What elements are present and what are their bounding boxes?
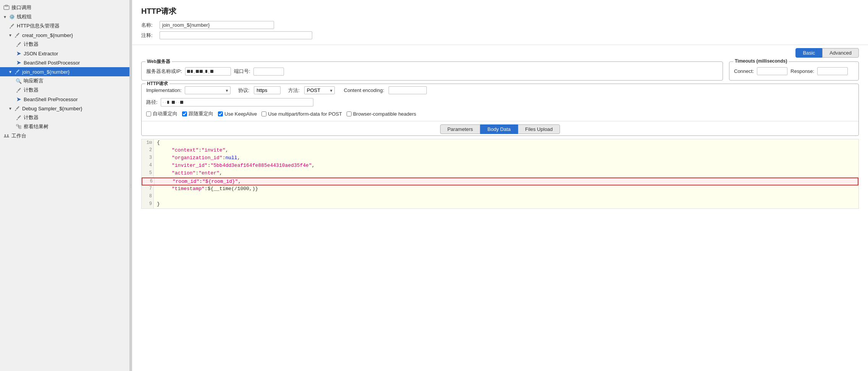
line-num-2: 2 bbox=[142, 147, 154, 155]
line-content-2: "context":"invite", bbox=[154, 147, 231, 155]
sidebar-item-label: 察看结果树 bbox=[24, 123, 48, 130]
sidebar-item-counter1[interactable]: 计数器 bbox=[0, 40, 129, 49]
sidebar-item-counter3[interactable]: 计数器 bbox=[0, 113, 129, 122]
sidebar-item-creat-room[interactable]: ▼ creat_room_${number} bbox=[0, 31, 129, 40]
wrench-icon bbox=[15, 114, 22, 121]
wrench-blue-icon bbox=[14, 68, 21, 75]
wrench-icon bbox=[8, 23, 15, 29]
tab-body-data[interactable]: Body Data bbox=[480, 124, 518, 134]
svg-rect-17 bbox=[7, 134, 8, 137]
sidebar-item-counter2[interactable]: 计数器 bbox=[0, 85, 129, 95]
method-label: 方法: bbox=[288, 87, 300, 94]
sidebar-item-label: join_room_${number} bbox=[22, 69, 69, 75]
code-line-5: 5 "action":"enter", bbox=[142, 170, 858, 177]
svg-rect-6 bbox=[16, 91, 18, 93]
name-input[interactable] bbox=[160, 21, 274, 29]
wrench-icon bbox=[14, 105, 21, 112]
path-block2 bbox=[172, 101, 175, 104]
tree-icon bbox=[15, 123, 22, 130]
code-editor[interactable]: 1⊟ { 2 "context":"invite", 3 "organizati… bbox=[141, 139, 859, 209]
impl-select-wrapper: HttpClient4 Java ▼ bbox=[185, 86, 231, 94]
ip-block-6 bbox=[210, 70, 213, 73]
sidebar-item-debug-sampler[interactable]: ▼ Debug Sampler_${number} bbox=[0, 104, 129, 113]
sidebar-item-beanshell-pre[interactable]: ➤ BeanShell PreProcessor bbox=[0, 95, 129, 104]
main-tabs: Basic Advanced bbox=[132, 45, 868, 58]
response-input[interactable] bbox=[817, 67, 848, 75]
line-content-3: "organization_id":null, bbox=[154, 155, 243, 162]
method-select[interactable]: POST GET PUT DELETE bbox=[304, 86, 335, 94]
keep-alive-text: Use KeepAlive bbox=[224, 111, 257, 117]
wrench-icon bbox=[14, 32, 21, 39]
browser-compat-text: Browser-compatible headers bbox=[353, 111, 416, 117]
follow-redirect-text: 跟随重定向 bbox=[189, 110, 213, 117]
arrow-icon: ▼ bbox=[3, 15, 8, 19]
protocol-label: 协议: bbox=[238, 87, 250, 94]
sidebar-item-label: Debug Sampler_${number} bbox=[22, 106, 82, 111]
tab-files-upload[interactable]: Files Upload bbox=[518, 124, 560, 134]
svg-rect-3 bbox=[15, 36, 16, 38]
sidebar-item-label: BeanShell PreProcessor bbox=[24, 97, 78, 102]
multipart-checkbox[interactable] bbox=[261, 111, 266, 116]
line-content-1: { bbox=[154, 139, 163, 147]
sidebar-item-join-room[interactable]: ▼ join_room_${number} bbox=[0, 67, 129, 76]
svg-rect-11 bbox=[19, 127, 21, 129]
sidebar-item-label: 线程组 bbox=[17, 13, 32, 20]
sidebar-item-result-tree[interactable]: 察看结果树 bbox=[0, 122, 129, 131]
connect-label: Connect: bbox=[734, 68, 754, 74]
line-content-4: "inviter_id":"5bb4dd3eaf164fe885e44310ae… bbox=[154, 162, 318, 170]
ip-block-5 bbox=[205, 70, 207, 73]
tab-parameters[interactable]: Parameters bbox=[440, 124, 480, 134]
wrench-icon bbox=[15, 87, 22, 94]
line-content-9: } bbox=[154, 201, 163, 208]
auto-redirect-label[interactable]: 自动重定向 bbox=[146, 110, 177, 117]
ip-block-1 bbox=[187, 70, 190, 73]
path-block3 bbox=[180, 101, 183, 104]
sidebar-item-workbench[interactable]: 工作台 bbox=[0, 131, 129, 140]
svg-rect-16 bbox=[5, 134, 6, 137]
browser-compat-checkbox[interactable] bbox=[347, 111, 352, 116]
line-num-1: 1⊟ bbox=[142, 139, 154, 147]
main-content: HTTP请求 名称: 注释: Basic Advanced Web服务器 服务器… bbox=[132, 0, 868, 371]
line-num-6: 6 bbox=[142, 178, 155, 185]
path-dot2: · bbox=[170, 100, 171, 105]
name-label: 名称: bbox=[141, 22, 160, 29]
comment-input[interactable] bbox=[160, 31, 312, 39]
multipart-label[interactable]: Use multipart/form-data for POST bbox=[261, 111, 342, 117]
auto-redirect-checkbox[interactable] bbox=[146, 111, 151, 116]
port-input[interactable] bbox=[253, 68, 284, 76]
impl-select[interactable]: HttpClient4 Java bbox=[185, 86, 231, 94]
line-num-4: 4 bbox=[142, 162, 154, 170]
keep-alive-label[interactable]: Use KeepAlive bbox=[218, 111, 257, 117]
protocol-input[interactable] bbox=[254, 86, 281, 94]
sidebar-item-label: JSON Extractor bbox=[24, 51, 58, 56]
arrow-icon: ▼ bbox=[8, 106, 14, 111]
sidebar-item-thread-group[interactable]: ▼ ⚙️ 线程组 bbox=[0, 12, 129, 21]
tab-basic[interactable]: Basic bbox=[795, 48, 822, 58]
connect-input[interactable] bbox=[757, 67, 787, 75]
sidebar-item-label: 接口调用 bbox=[11, 4, 31, 11]
follow-redirect-label[interactable]: 跟随重定向 bbox=[182, 110, 213, 117]
sidebar-item-beanshell-post[interactable]: ➤ BeanShell PostProcessor bbox=[0, 58, 129, 67]
tab-advanced[interactable]: Advanced bbox=[822, 48, 859, 58]
sidebar-item-json-extractor[interactable]: ➤ JSON Extractor bbox=[0, 49, 129, 58]
follow-redirect-checkbox[interactable] bbox=[182, 111, 187, 116]
page-title: HTTP请求 bbox=[141, 6, 859, 16]
workbench-icon bbox=[3, 132, 10, 139]
implementation-row: Implementation: HttpClient4 Java ▼ 协议: 方… bbox=[142, 84, 858, 97]
keep-alive-checkbox[interactable] bbox=[218, 111, 223, 116]
ip-block-3 bbox=[196, 70, 199, 73]
auto-redirect-text: 自动重定向 bbox=[153, 110, 177, 117]
svg-rect-9 bbox=[16, 124, 18, 126]
browser-compat-label[interactable]: Browser-compatible headers bbox=[347, 111, 416, 117]
arrow-icon: ▼ bbox=[8, 33, 14, 37]
code-line-7: 7 "timestamp":${__time(/1000,)} bbox=[142, 186, 858, 193]
sidebar-item-label: 计数器 bbox=[24, 41, 39, 48]
path-block bbox=[167, 101, 169, 104]
comment-row: 注释: bbox=[141, 31, 859, 39]
sidebar-item-http-header[interactable]: HTTP信息头管理器 bbox=[0, 21, 129, 31]
sidebar-item-response-assert[interactable]: 🔍 响应断言 bbox=[0, 76, 129, 85]
sidebar-item-label: 工作台 bbox=[11, 132, 26, 139]
code-line-2: 2 "context":"invite", bbox=[142, 147, 858, 155]
sidebar-item-root[interactable]: 接口调用 bbox=[0, 3, 129, 12]
encoding-input[interactable] bbox=[389, 86, 427, 94]
